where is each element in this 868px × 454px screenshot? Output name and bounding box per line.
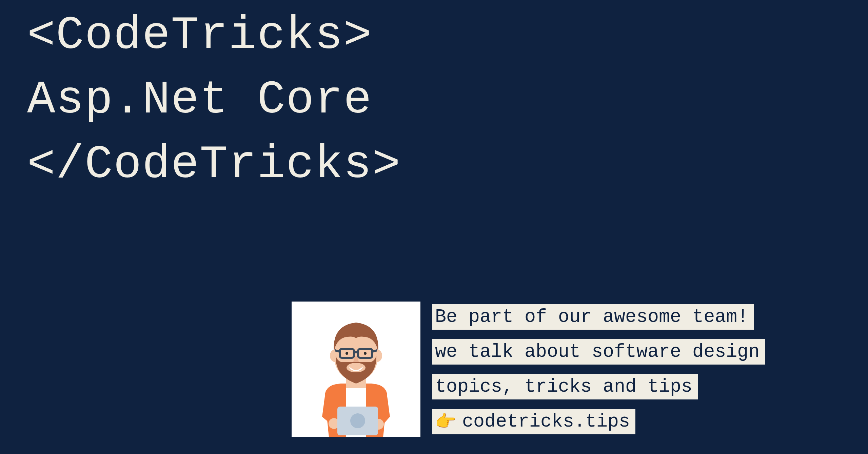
promo-site-text: codetricks.tips xyxy=(462,411,630,432)
promo-site-link[interactable]: 👉 codetricks.tips xyxy=(432,409,635,434)
svg-point-16 xyxy=(364,352,367,355)
promo-text-column: Be part of our awesome team! we talk abo… xyxy=(432,302,765,434)
svg-line-13 xyxy=(335,350,340,352)
svg-point-15 xyxy=(346,352,348,355)
pointer-icon: 👉 xyxy=(435,411,456,432)
title-topic: Asp.Net Core xyxy=(27,68,401,132)
promo-section: Be part of our awesome team! we talk abo… xyxy=(292,302,765,437)
svg-line-14 xyxy=(372,350,377,352)
svg-rect-1 xyxy=(342,385,370,388)
title-block: <CodeTricks> Asp.Net Core </CodeTricks> xyxy=(27,3,401,197)
avatar-image xyxy=(292,302,420,437)
promo-line-3: topics, tricks and tips xyxy=(432,374,698,399)
title-close-tag: </CodeTricks> xyxy=(27,132,401,197)
title-open-tag: <CodeTricks> xyxy=(27,3,401,68)
svg-point-5 xyxy=(350,413,365,428)
promo-line-2: we talk about software design xyxy=(432,339,765,365)
promo-line-1: Be part of our awesome team! xyxy=(432,304,754,330)
developer-avatar-icon xyxy=(309,308,403,437)
